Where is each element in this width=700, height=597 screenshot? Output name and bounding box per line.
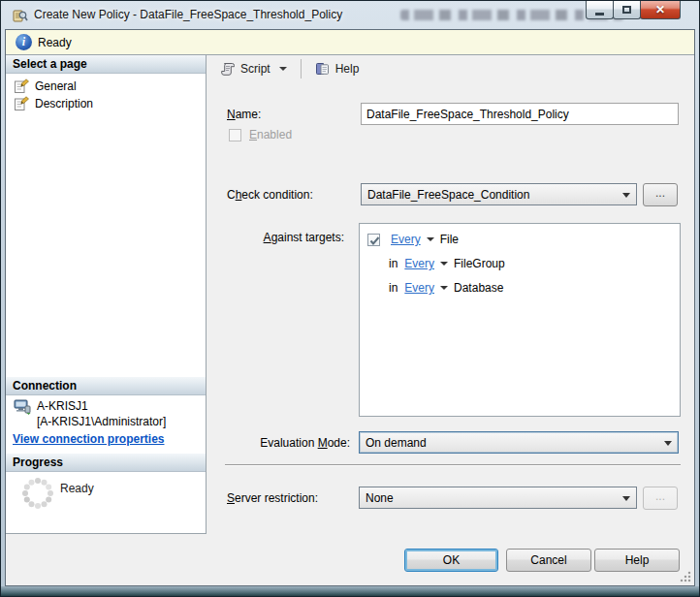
target-checkbox[interactable] [367,234,380,246]
ok-button[interactable]: OK [404,549,498,572]
enabled-checkbox[interactable] [229,129,241,141]
maximize-icon [622,6,631,14]
script-icon [220,61,236,77]
connection-header: Connection [6,377,206,395]
quantifier-link[interactable]: Every [391,233,421,246]
create-new-policy-dialog: Create New Policy - DataFile_FreeSpace_T… [0,0,700,597]
server-icon [14,398,31,416]
window-bottom-border [1,586,699,597]
policy-icon [13,8,28,23]
connection-account: [A-KRISJ1\Administrator] [37,415,166,428]
quantifier-link[interactable]: Every [404,281,434,295]
check-condition-dropdown[interactable]: DataFile_FreeSpace_Condition [361,183,637,205]
enabled-label: Enabled [249,128,292,141]
close-button[interactable]: ✕ [640,1,681,19]
caption-buttons: ✕ [587,1,681,19]
toolbar: Script Help [207,55,694,82]
resize-grip[interactable] [680,571,691,582]
check-condition-value: DataFile_FreeSpace_Condition [367,188,529,202]
evaluation-mode-dropdown[interactable]: On demand [359,431,679,454]
server-restriction-value: None [366,491,394,505]
sidebar-item-general[interactable]: General [10,78,77,94]
help-button[interactable]: Help [594,549,680,572]
sidebar: Select a page General [6,55,207,534]
script-label: Script [240,62,270,76]
page-icon [14,79,29,94]
in-prefix: in [389,281,398,295]
cancel-button[interactable]: Cancel [506,549,591,572]
chevron-down-icon[interactable] [440,286,448,290]
sidebar-item-label: Description [35,97,93,110]
minimize-button[interactable] [586,1,614,19]
target-row-filegroup: in Every FileGroup [389,256,505,271]
target-type: FileGroup [454,257,505,270]
progress-status: Ready [60,482,94,495]
chevron-down-icon [664,441,672,446]
target-type: Database [454,281,503,295]
toolbar-separator [301,59,302,79]
progress-spinner-icon [19,475,56,512]
against-targets-label: Against targets: [208,231,344,244]
select-a-page-header: Select a page [6,55,206,74]
script-button[interactable]: Script [214,57,293,80]
status-text: Ready [38,36,72,49]
help-book-icon [315,61,331,77]
name-input[interactable] [361,103,679,125]
evaluation-mode-label: Evaluation Mode: [214,436,350,450]
titlebar[interactable]: Create New Policy - DataFile_FreeSpace_T… [1,1,699,29]
chevron-down-icon [622,193,630,198]
sidebar-item-description[interactable]: Description [10,95,93,111]
dialog-body: i Ready Select a page General [5,29,695,586]
server-restriction-label: Server restriction: [227,491,318,505]
minimize-icon [595,13,604,16]
check-condition-label: Check condition: [227,188,313,202]
server-restriction-browse-button: ... [643,487,678,510]
maximize-button[interactable] [613,1,641,19]
check-condition-browse-button[interactable]: ... [643,183,678,206]
target-row-database: in Every Database [389,280,503,296]
chevron-down-icon[interactable] [440,262,448,266]
close-icon: ✕ [655,4,665,16]
target-row-file: Every File [367,232,459,247]
connection-server: A-KRISJ1 [37,399,88,413]
view-connection-properties-link[interactable]: View connection properties [13,432,164,446]
section-divider [225,464,681,466]
against-targets-panel: Every File in Every FileGroup in Every D… [359,223,681,417]
evaluation-mode-value: On demand [366,436,427,450]
info-icon: i [16,34,32,50]
page-icon [14,96,29,111]
help-toolbar-label: Help [335,62,360,76]
chevron-down-icon [622,496,630,501]
sidebar-item-label: General [35,79,77,93]
status-bar: i Ready [6,30,694,55]
target-type: File [440,233,459,246]
checkmark-icon [368,235,381,247]
in-prefix: in [389,257,398,270]
main-panel: Script Help Name: [207,55,694,534]
window-title: Create New Policy - DataFile_FreeSpace_T… [34,8,342,21]
name-label: Name: [227,108,261,121]
quantifier-link[interactable]: Every [404,257,434,270]
server-restriction-dropdown[interactable]: None [359,487,637,509]
progress-header: Progress [6,454,206,472]
script-dropdown-arrow-icon[interactable] [279,67,287,71]
chevron-down-icon[interactable] [427,237,434,241]
help-toolbar-button[interactable]: Help [309,57,366,80]
